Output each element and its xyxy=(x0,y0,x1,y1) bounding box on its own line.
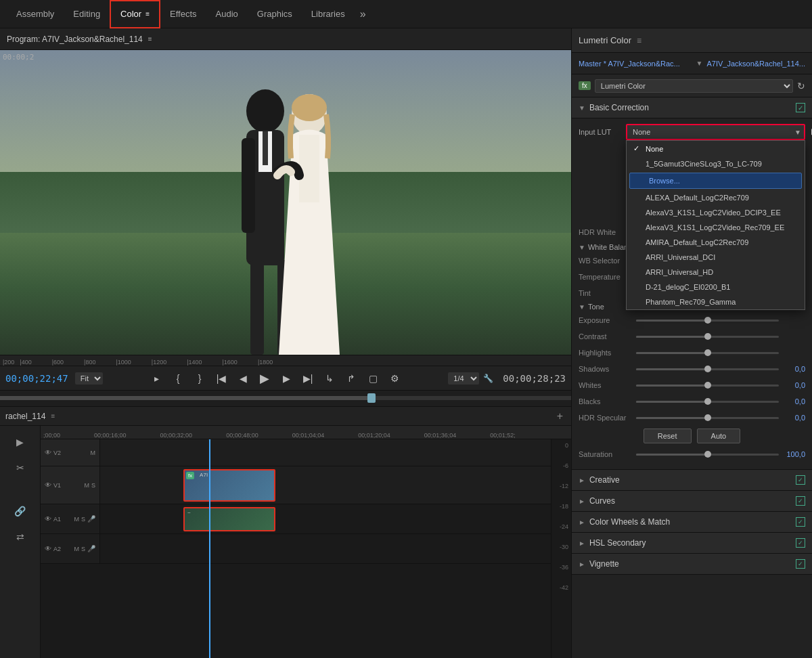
whites-thumb[interactable] xyxy=(704,382,711,389)
m-icon-a2[interactable]: M xyxy=(74,546,79,552)
hdr-specular-slider[interactable] xyxy=(636,417,779,419)
track-v2-label: V2 xyxy=(53,449,61,456)
vignette-section-header[interactable]: ► Vignette ✓ xyxy=(572,554,812,575)
blacks-slider[interactable] xyxy=(636,401,779,403)
overwrite-button[interactable]: ↱ xyxy=(342,369,361,388)
exposure-slider[interactable] xyxy=(636,320,779,322)
blacks-thumb[interactable] xyxy=(704,398,711,405)
lut-option-arri-dci[interactable]: ARRI_Universal_DCI xyxy=(627,250,805,265)
eye-icon-a2[interactable]: 👁 xyxy=(45,545,51,552)
mark-in-button[interactable]: ▸ xyxy=(147,369,166,388)
lut-option-phantom[interactable]: Phantom_Rec709_Gamma xyxy=(627,294,805,309)
saturation-slider[interactable] xyxy=(636,454,779,456)
step-back-button[interactable]: ◀ xyxy=(233,369,252,388)
creative-section-header[interactable]: ► Creative ✓ xyxy=(572,470,812,491)
exposure-thumb[interactable] xyxy=(704,317,711,324)
auto-button[interactable]: Auto xyxy=(697,429,741,443)
ripple-tool[interactable]: ⇄ xyxy=(9,526,31,548)
lut-option-alexav3-rec709[interactable]: AlexaV3_K1S1_LogC2Video_Rec709_EE xyxy=(627,220,805,235)
program-menu-icon[interactable]: ≡ xyxy=(148,35,152,43)
razor-tool[interactable]: ✂ xyxy=(9,457,31,479)
play-button[interactable]: ▶ xyxy=(255,369,274,388)
export-frame-button[interactable]: ▢ xyxy=(363,369,382,388)
contrast-slider[interactable] xyxy=(636,336,779,338)
video-clip-selected[interactable]: fx A7I xyxy=(183,469,275,502)
lumetri-menu-icon[interactable]: ≡ xyxy=(637,36,641,45)
quality-select[interactable]: 1/4 1/2 Full xyxy=(448,372,479,385)
saturation-thumb[interactable] xyxy=(704,451,711,458)
track-select-tool[interactable]: 🔗 xyxy=(9,500,31,522)
timeline-ruler: ;00;00 00;00;16;00 00;00;32;00 00;00;48;… xyxy=(41,426,571,439)
hsl-secondary-section-header[interactable]: ► HSL Secondary ✓ xyxy=(572,533,812,554)
nav-item-libraries[interactable]: Libraries xyxy=(302,0,355,28)
scrubber-area[interactable] xyxy=(0,390,571,406)
reset-button[interactable]: Reset xyxy=(644,429,692,443)
color-wheels-checkbox[interactable]: ✓ xyxy=(796,517,805,527)
lut-option-browse[interactable]: Browse... xyxy=(629,173,802,189)
whites-slider[interactable] xyxy=(636,385,779,387)
nav-item-effects[interactable]: Effects xyxy=(160,0,206,28)
curves-checkbox[interactable]: ✓ xyxy=(796,496,805,506)
creative-checkbox[interactable]: ✓ xyxy=(796,475,805,485)
mic-icon-a1[interactable]: 🎤 xyxy=(87,515,95,523)
basic-correction-header[interactable]: ▼ Basic Correction ✓ xyxy=(572,97,812,118)
nav-overflow-button[interactable]: » xyxy=(355,8,371,20)
contrast-thumb[interactable] xyxy=(704,333,711,340)
clip-dropdown-arrow[interactable]: ▼ xyxy=(696,60,703,67)
nav-item-color[interactable]: Color ≡ xyxy=(110,0,160,28)
eye-icon-v2[interactable]: 👁 xyxy=(45,449,51,456)
step-forward-button[interactable]: ▶ xyxy=(277,369,296,388)
vignette-checkbox[interactable]: ✓ xyxy=(796,559,805,569)
mark-clip-button[interactable]: { xyxy=(168,369,187,388)
lock-icon-v2[interactable]: M xyxy=(91,449,96,456)
highlights-thumb[interactable] xyxy=(704,349,711,356)
shadows-slider[interactable] xyxy=(636,368,779,370)
hsl-secondary-checkbox[interactable]: ✓ xyxy=(796,538,805,548)
color-menu-icon[interactable]: ≡ xyxy=(145,10,150,18)
mic-icon-a2[interactable]: 🎤 xyxy=(87,545,95,552)
scrubber-progress xyxy=(0,396,371,400)
timeline-title: rachel_114 xyxy=(5,412,45,421)
nav-item-assembly[interactable]: Assembly xyxy=(7,0,64,28)
curves-section-header[interactable]: ► Curves ✓ xyxy=(572,491,812,512)
scrubber-handle[interactable] xyxy=(367,393,376,403)
selection-tool[interactable]: ▶ xyxy=(9,431,31,453)
lut-option-d21[interactable]: D-21_delogC_EI0200_B1 xyxy=(627,280,805,294)
settings-button[interactable]: ⚙ xyxy=(385,369,404,388)
nav-item-graphics[interactable]: Graphics xyxy=(248,0,302,28)
shadows-thumb[interactable] xyxy=(704,366,711,372)
nav-item-audio[interactable]: Audio xyxy=(206,0,248,28)
audio-clip-a1[interactable]: ~ xyxy=(183,507,275,531)
highlights-slider[interactable] xyxy=(636,352,779,354)
lut-option-none[interactable]: ✓ None xyxy=(627,141,805,156)
lut-option-1sgamut[interactable]: 1_5Gamut3CineSLog3_To_LC-709 xyxy=(627,156,805,171)
lock-icon-v1[interactable]: M xyxy=(84,482,89,489)
fx-reset-button[interactable]: ↻ xyxy=(797,81,805,91)
eye-icon-a1[interactable]: 👁 xyxy=(45,515,51,523)
color-wheels-section-header[interactable]: ► Color Wheels & Match ✓ xyxy=(572,512,812,533)
eye-icon-v1[interactable]: 👁 xyxy=(45,481,51,489)
go-to-out-button[interactable]: ▶| xyxy=(298,369,317,388)
s-icon-a2[interactable]: S xyxy=(81,546,85,552)
fit-select[interactable]: Fit xyxy=(75,372,103,385)
go-to-in-button[interactable]: |◀ xyxy=(212,369,231,388)
basic-correction-body: Input LUT None ▼ ✓ None xyxy=(572,118,812,470)
timeline-menu-icon[interactable]: ≡ xyxy=(51,412,55,420)
lut-option-arri-hd[interactable]: ARRI_Universal_HD xyxy=(627,265,805,280)
hdr-specular-thumb[interactable] xyxy=(704,414,711,421)
lut-option-alexa-default[interactable]: ALEXA_Default_LogC2Rec709 xyxy=(627,190,805,205)
lut-option-alexav3-dcip3[interactable]: AlexaV3_K1S1_LogC2Video_DCIP3_EE xyxy=(627,205,805,220)
input-lut-select[interactable]: None xyxy=(626,124,805,140)
insert-button[interactable]: ↳ xyxy=(320,369,339,388)
s-icon-a1[interactable]: S xyxy=(81,516,85,523)
s-icon-v1[interactable]: S xyxy=(91,482,95,489)
lut-option-amira[interactable]: AMIRA_Default_LogC2Rec709 xyxy=(627,235,805,250)
track-a1: 👁 A1 M S 🎤 ~ xyxy=(41,504,551,534)
mark-out-button[interactable]: } xyxy=(190,369,209,388)
wrench-icon[interactable]: 🔧 xyxy=(483,374,493,383)
m-icon-a1[interactable]: M xyxy=(74,516,79,523)
timeline-add-button[interactable]: + xyxy=(554,410,566,422)
basic-correction-checkbox[interactable]: ✓ xyxy=(796,103,805,112)
effect-select[interactable]: Lumetri Color xyxy=(595,79,793,93)
nav-item-editing[interactable]: Editing xyxy=(64,0,110,28)
